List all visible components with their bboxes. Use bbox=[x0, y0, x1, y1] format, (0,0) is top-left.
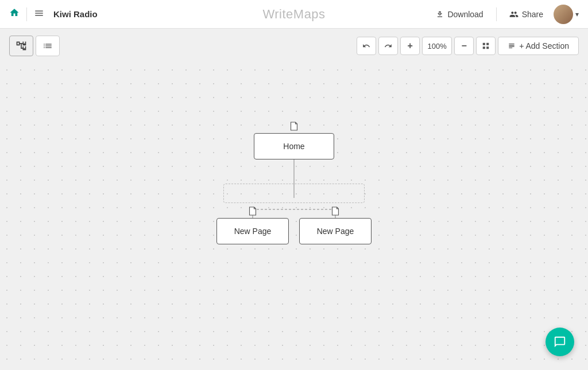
home-node-box[interactable]: Home bbox=[254, 133, 334, 159]
redo-button[interactable] bbox=[378, 37, 398, 55]
hamburger-icon[interactable] bbox=[34, 8, 44, 21]
chat-icon bbox=[554, 336, 566, 348]
zoom-out-button[interactable]: − bbox=[454, 37, 474, 55]
toolbar-left bbox=[9, 36, 60, 56]
zoom-out-icon: − bbox=[462, 41, 467, 51]
canvas-area[interactable]: Home New Page New Page bbox=[0, 63, 588, 370]
header-left: Kiwi Radio bbox=[9, 7, 98, 21]
home-node[interactable]: Home bbox=[254, 133, 334, 159]
connector-lines bbox=[0, 63, 588, 370]
download-button[interactable]: Download bbox=[428, 6, 491, 22]
zoom-level: 100% bbox=[422, 37, 452, 55]
undo-button[interactable] bbox=[357, 37, 376, 55]
child1-page-icon bbox=[249, 207, 257, 216]
child1-label: New Page bbox=[234, 227, 272, 236]
header-right: Download Share ▾ bbox=[428, 5, 579, 24]
add-section-label: + Add Section bbox=[519, 41, 569, 50]
toolbar: + 100% − + Add Section bbox=[0, 29, 588, 63]
nav-divider bbox=[26, 7, 27, 21]
header-center: WriteMaps bbox=[262, 7, 325, 22]
child2-page-icon bbox=[332, 207, 339, 216]
zoom-in-button[interactable]: + bbox=[400, 37, 420, 55]
avatar[interactable] bbox=[554, 5, 573, 24]
list-view-button[interactable] bbox=[36, 36, 60, 56]
home-page-icon bbox=[291, 122, 298, 131]
child2-label: New Page bbox=[317, 227, 354, 236]
header: Kiwi Radio WriteMaps Download Share ▾ bbox=[0, 0, 588, 29]
child1-node-box[interactable]: New Page bbox=[216, 218, 289, 244]
chevron-down-icon[interactable]: ▾ bbox=[575, 10, 579, 18]
site-name: Kiwi Radio bbox=[53, 9, 98, 19]
tree-view-button[interactable] bbox=[9, 36, 33, 56]
toolbar-right: + 100% − + Add Section bbox=[357, 37, 579, 55]
home-label: Home bbox=[283, 142, 304, 151]
download-label: Download bbox=[447, 10, 483, 19]
child-node-1[interactable]: New Page bbox=[216, 218, 289, 244]
selection-box bbox=[223, 184, 365, 203]
chat-fab[interactable] bbox=[546, 328, 574, 356]
home-icon[interactable] bbox=[9, 7, 20, 21]
share-button[interactable]: Share bbox=[501, 6, 551, 22]
share-label: Share bbox=[522, 10, 543, 19]
app-title: WriteMaps bbox=[262, 7, 325, 21]
child-node-2[interactable]: New Page bbox=[299, 218, 372, 244]
table-view-button[interactable] bbox=[476, 37, 496, 55]
add-section-button[interactable]: + Add Section bbox=[498, 37, 579, 55]
header-divider bbox=[496, 7, 497, 21]
zoom-in-icon: + bbox=[408, 41, 413, 51]
child2-node-box[interactable]: New Page bbox=[299, 218, 372, 244]
